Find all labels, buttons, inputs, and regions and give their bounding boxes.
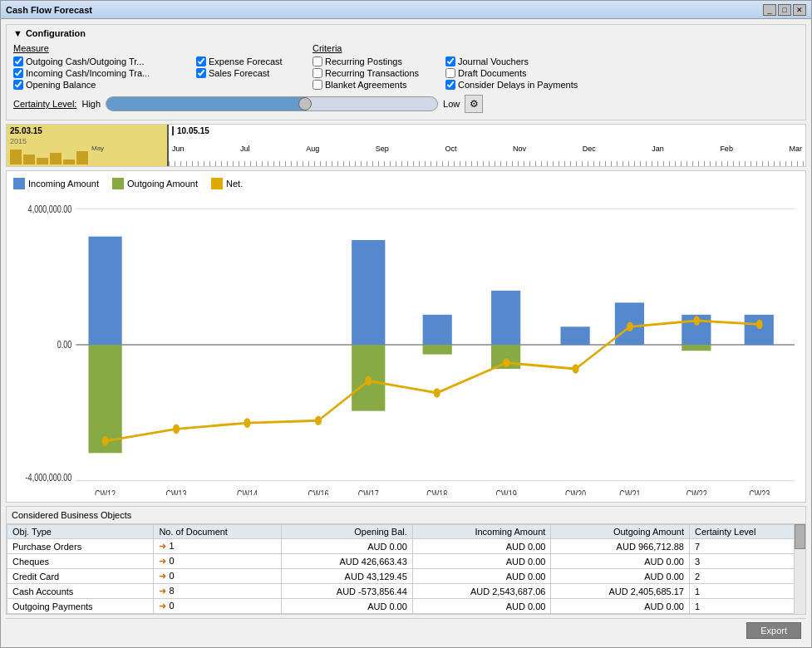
- draft-documents-checkbox[interactable]: [445, 68, 455, 78]
- cell-count-5: ➜ 0: [154, 599, 282, 614]
- cell-count-1: ➜ 1: [154, 539, 282, 554]
- recurring-transactions-checkbox[interactable]: [312, 68, 322, 78]
- net-dot-cw14: [244, 418, 250, 428]
- svg-text:-4,000,000.00: -4,000,000.00: [26, 471, 72, 483]
- net-dot-cw23: [756, 320, 763, 330]
- svg-text:CW14: CW14: [237, 488, 258, 495]
- certainty-settings-button[interactable]: ⚙: [465, 95, 483, 113]
- table-wrapper: Obj. Type No. of Document Opening Bal. I…: [7, 524, 805, 614]
- svg-text:CW12: CW12: [95, 488, 116, 495]
- configuration-section: ▼ Configuration Measure Outgoing Cash/Ou…: [6, 24, 806, 120]
- month-nov: Nov: [513, 145, 526, 153]
- legend-outgoing-label: Outgoing Amount: [127, 179, 198, 189]
- month-aug: Aug: [306, 145, 319, 153]
- bar-cw18-outgoing: [423, 345, 452, 355]
- cell-type-2: Cheques: [7, 554, 154, 569]
- legend-outgoing: Outgoing Amount: [112, 178, 198, 189]
- certainty-slider-fill: [106, 97, 305, 110]
- config-title: Configuration: [26, 28, 86, 38]
- footer-bar: Export: [6, 618, 806, 642]
- cell-incoming-2: AUD 0.00: [412, 554, 551, 569]
- legend-net-box: [211, 178, 223, 189]
- config-collapse-icon[interactable]: ▼: [13, 28, 22, 38]
- measure-header: Measure: [13, 43, 196, 53]
- cell-opening-4: AUD -573,856.44: [282, 584, 413, 599]
- mini-bar-1: [10, 150, 22, 164]
- cell-opening-3: AUD 43,129.45: [282, 569, 413, 584]
- cell-type-4: Cash Accounts: [7, 584, 154, 599]
- col-certainty: Certainty Level: [689, 525, 805, 539]
- cell-certainty-3: 2: [689, 569, 805, 584]
- recurring-transactions-label: Recurring Transactions: [325, 68, 419, 78]
- consider-delays-checkbox[interactable]: [445, 80, 455, 90]
- sales-forecast-label: Sales Forecast: [209, 68, 269, 78]
- timeline-future-date: 10.05.15: [172, 126, 209, 135]
- chart-legend: Incoming Amount Outgoing Amount Net.: [13, 178, 799, 189]
- cell-opening-2: AUD 426,663.43: [282, 554, 413, 569]
- table-row: Purchase Orders ➜ 1 AUD 0.00 AUD 0.00 AU…: [7, 539, 805, 554]
- mini-bar-6: [76, 151, 88, 164]
- journal-vouchers-checkbox[interactable]: [445, 56, 455, 66]
- svg-text:CW17: CW17: [358, 488, 379, 495]
- timeline-month-label: May: [91, 145, 104, 152]
- blanket-agreements-row: Blanket Agreements: [312, 80, 445, 90]
- month-oct: Oct: [445, 145, 456, 153]
- outgoing-cash-checkbox[interactable]: [13, 56, 23, 66]
- recurring-transactions-row: Recurring Transactions: [312, 68, 445, 78]
- measure-column: Measure Outgoing Cash/Outgoing Tr... Inc…: [13, 43, 196, 90]
- certainty-slider-thumb[interactable]: [298, 97, 312, 110]
- mini-bar-4: [50, 153, 62, 164]
- svg-text:4,000,000.00: 4,000,000.00: [28, 203, 72, 214]
- mini-bar-2: [23, 155, 35, 164]
- table-scrollbar[interactable]: [794, 524, 805, 614]
- opening-balance-checkbox[interactable]: [13, 80, 23, 90]
- timeline-months-row: Jun Jul Aug Sep Oct Nov Dec Jan Feb Mar: [169, 145, 805, 155]
- expense-forecast-checkbox[interactable]: [196, 56, 206, 66]
- outgoing-cash-row: Outgoing Cash/Outgoing Tr...: [13, 56, 196, 66]
- legend-outgoing-box: [112, 178, 124, 189]
- forecast-column: x Expense Forecast Sales Forecast: [196, 43, 312, 90]
- bar-cw12-incoming: [88, 237, 121, 345]
- certainty-slider-track[interactable]: [106, 96, 438, 111]
- criteria-header: Criteria: [312, 43, 445, 53]
- minimize-button[interactable]: _: [763, 4, 776, 16]
- sales-forecast-checkbox[interactable]: [196, 68, 206, 78]
- col-outgoing: Outgoing Amount: [551, 525, 690, 539]
- maximize-button[interactable]: □: [778, 4, 791, 16]
- table-title: Considered Business Objects: [7, 507, 805, 524]
- scrollbar-thumb[interactable]: [795, 524, 805, 549]
- journal-vouchers-row: Journal Vouchers: [445, 56, 612, 66]
- close-button[interactable]: ✕: [793, 4, 806, 16]
- expense-forecast-label: Expense Forecast: [209, 56, 283, 66]
- cell-incoming-4: AUD 2,543,687.06: [412, 584, 551, 599]
- month-jun: Jun: [172, 145, 185, 153]
- cell-outgoing-4: AUD 2,405,685.17: [551, 584, 690, 599]
- table-row: Cheques ➜ 0 AUD 426,663.43 AUD 0.00 AUD …: [7, 554, 805, 569]
- table-row: Outgoing Payments ➜ 0 AUD 0.00 AUD 0.00 …: [7, 599, 805, 614]
- timeline-future-period: 10.05.15 Jun Jul Aug Sep Oct Nov Dec Jan…: [169, 125, 805, 166]
- col-no-doc: No. of Document: [154, 525, 282, 539]
- export-button[interactable]: Export: [746, 622, 801, 639]
- svg-text:CW13: CW13: [165, 488, 186, 495]
- chart-area: 4,000,000.00 0.00 -4,000,000.00: [13, 194, 799, 495]
- month-sep: Sep: [376, 145, 389, 153]
- recurring-postings-checkbox[interactable]: [312, 56, 322, 66]
- table-row: Credit Card ➜ 0 AUD 43,129.45 AUD 0.00 A…: [7, 569, 805, 584]
- cell-type-1: Purchase Orders: [7, 539, 154, 554]
- incoming-cash-row: Incoming Cash/Incoming Tra...: [13, 68, 196, 78]
- main-content: ▼ Configuration Measure Outgoing Cash/Ou…: [1, 19, 811, 647]
- svg-text:CW18: CW18: [426, 488, 447, 495]
- cell-type-3: Credit Card: [7, 569, 154, 584]
- blanket-agreements-checkbox[interactable]: [312, 80, 322, 90]
- net-dot-cw16: [315, 415, 322, 425]
- incoming-cash-checkbox[interactable]: [13, 68, 23, 78]
- net-dot-cw17: [365, 376, 372, 386]
- certainty-high-label: High: [81, 99, 101, 109]
- consider-delays-row: Consider Delays in Payments: [445, 80, 612, 90]
- svg-text:CW22: CW22: [687, 488, 707, 495]
- bar-cw18-incoming: [423, 315, 452, 345]
- svg-text:CW19: CW19: [496, 488, 517, 495]
- net-dot-cw21: [627, 322, 633, 331]
- svg-text:CW20: CW20: [565, 488, 586, 495]
- cell-incoming-3: AUD 0.00: [412, 569, 551, 584]
